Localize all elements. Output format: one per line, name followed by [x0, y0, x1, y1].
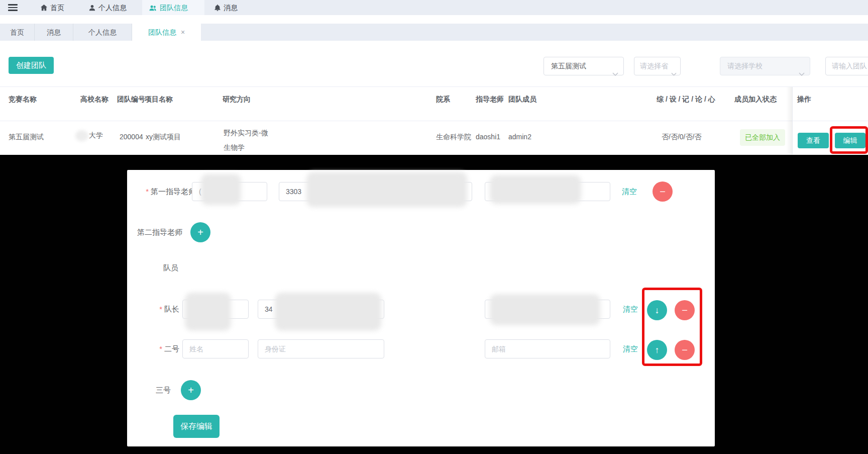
remove-member2-button[interactable]: −: [675, 340, 695, 360]
redaction-blob: [275, 293, 381, 331]
move-member2-up-button[interactable]: ↑: [647, 340, 667, 360]
minus-icon: −: [682, 345, 688, 355]
remove-captain-button[interactable]: −: [675, 300, 695, 320]
nav-item-home[interactable]: 首页: [40, 0, 64, 15]
nav-item-label: 首页: [50, 0, 64, 15]
clear-member2-link[interactable]: 清空: [623, 344, 638, 354]
tab-bar: 首页 消息 个人信息 团队信息×: [0, 24, 868, 41]
member2-name-input[interactable]: 姓名: [182, 339, 249, 358]
edit-button[interactable]: 编辑: [835, 133, 865, 148]
nav-item-label: 团队信息: [160, 0, 188, 15]
redaction-blob: [75, 130, 88, 141]
redaction-blob: [490, 175, 581, 204]
tab-home[interactable]: 首页: [0, 24, 35, 41]
col-header: 成员加入状态: [734, 95, 777, 104]
plus-icon: +: [197, 227, 203, 237]
province-select[interactable]: 请选择省: [634, 57, 681, 75]
arrow-up-icon: ↑: [655, 345, 660, 354]
nav-item-messages[interactable]: 消息: [214, 0, 238, 15]
minus-icon: −: [660, 187, 666, 197]
cell-university: 大学: [75, 130, 103, 141]
team-search-input[interactable]: 请输入团队: [825, 57, 868, 75]
close-icon[interactable]: ×: [181, 28, 185, 36]
edit-team-modal: *第一指导老师 ( 3303 清空 − 第二指导老师 + 队员 *队长 34 清…: [127, 170, 715, 446]
tab-profile[interactable]: 个人信息: [73, 24, 132, 41]
col-header: 团队成员: [508, 95, 536, 104]
captain-label: *队长: [144, 304, 179, 314]
competition-select[interactable]: 第五届测试: [544, 57, 624, 75]
col-header: 竞赛名称: [9, 95, 37, 104]
add-teacher2-button[interactable]: +: [190, 222, 210, 242]
redaction-blob: [201, 174, 241, 205]
cell-department: 生命科学院: [436, 133, 471, 142]
fixed-column-shadow: [786, 87, 792, 154]
users-icon: [149, 4, 157, 12]
tab-team[interactable]: 团队信息×: [132, 24, 201, 41]
chevron-down-icon: [799, 65, 805, 82]
col-header: 高校名称: [80, 95, 108, 104]
action-column-divider: [792, 87, 793, 154]
home-icon: [40, 4, 48, 12]
bell-icon: [214, 4, 221, 12]
cell-members: admin2: [508, 133, 531, 141]
move-captain-down-button[interactable]: ↓: [647, 300, 667, 320]
arrow-down-icon: ↓: [655, 306, 660, 315]
user-icon: [88, 4, 96, 12]
member2-label: *二号: [144, 344, 179, 354]
col-header: 院系: [436, 95, 450, 104]
teacher2-label: 第二指导老师: [137, 227, 182, 237]
remove-teacher1-button[interactable]: −: [653, 181, 673, 202]
minus-icon: −: [682, 305, 688, 315]
view-button[interactable]: 查看: [798, 133, 829, 148]
chevron-down-icon: [671, 65, 677, 82]
school-select[interactable]: 请选择学校: [720, 57, 810, 75]
col-header: 团队编号: [117, 95, 145, 104]
chevron-down-icon: [612, 65, 618, 82]
member2-id-input[interactable]: 身份证: [258, 339, 384, 358]
clear-teacher1-link[interactable]: 清空: [622, 187, 637, 197]
col-header: 指导老师: [476, 95, 504, 104]
nav-item-label: 消息: [224, 0, 238, 15]
header-separator: [0, 121, 868, 121]
clear-captain-link[interactable]: 清空: [623, 304, 638, 314]
col-header: 综 / 设 / 记 / 论 / 心: [657, 95, 715, 104]
member2-email-input[interactable]: 邮箱: [485, 339, 610, 358]
col-header: 研究方向: [223, 95, 251, 104]
save-edit-button[interactable]: 保存编辑: [173, 415, 220, 438]
cell-advisor: daoshi1: [476, 133, 500, 141]
nav-item-label: 个人信息: [98, 0, 127, 15]
col-header: 项目名称: [145, 95, 173, 104]
menu-icon[interactable]: [8, 4, 18, 11]
top-navbar: 首页 个人信息 团队信息 消息: [0, 0, 868, 15]
col-header: 操作: [797, 95, 811, 104]
nav-item-team[interactable]: 团队信息: [149, 0, 188, 15]
table-top-border: [0, 86, 868, 87]
plus-icon: +: [188, 385, 194, 395]
cell-team-no: 200004: [120, 133, 143, 141]
create-team-button[interactable]: 创建团队: [9, 57, 54, 74]
squad-label: 队员: [163, 263, 178, 273]
page: 首页 个人信息 团队信息 消息 首页 消息 个人信息 团队信息× 创建团队 第五…: [0, 0, 868, 454]
teacher1-label: *第一指导老师: [133, 187, 196, 197]
join-status-badge: 已全部加入: [740, 129, 785, 146]
member3-label: 三号: [156, 385, 171, 395]
cell-competition: 第五届测试: [9, 133, 44, 142]
cell-flags: 否/否/0/否/否: [662, 133, 701, 142]
cell-project: xy测试项目: [146, 133, 181, 142]
redaction-blob: [306, 172, 467, 207]
tab-messages[interactable]: 消息: [35, 24, 73, 41]
redaction-blob: [185, 293, 231, 331]
add-member3-button[interactable]: +: [181, 380, 201, 400]
cell-research: 野外实习类-微 生物学: [224, 126, 268, 155]
redaction-blob: [490, 294, 600, 325]
nav-item-profile[interactable]: 个人信息: [88, 0, 127, 15]
